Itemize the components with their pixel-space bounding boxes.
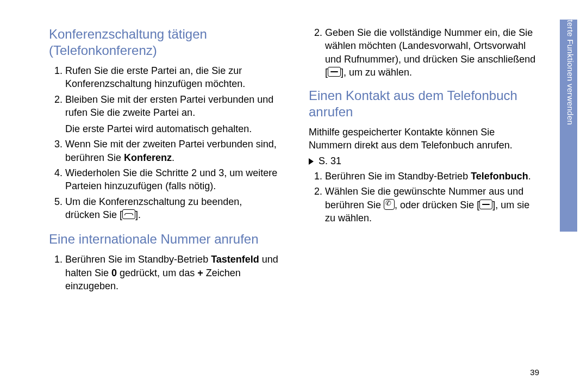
step-2-note: Die erste Partei wird automatisch gehalt…: [65, 123, 252, 134]
step-2: Bleiben Sie mit der ersten Partei verbun…: [65, 93, 278, 136]
heading-international: Eine internationale Nummer anrufen: [49, 231, 278, 247]
manual-page: Konferenzschaltung tätigen (Telefonkonfe…: [0, 0, 587, 392]
step-3-bold: Konferenz: [124, 152, 172, 163]
intl-step-1: Berühren Sie im Standby-Betrieb Tastenfe…: [65, 253, 278, 293]
step-1: Rufen Sie die erste Partei an, die Sie z…: [65, 64, 278, 91]
steps-phonebook: Berühren Sie im Standby-Betrieb Telefonb…: [309, 170, 538, 225]
phonebook-intro: Mithilfe gespeicherter Kontakte können S…: [309, 126, 538, 152]
triangle-icon: [309, 158, 314, 165]
left-column: Konferenzschaltung tätigen (Telefonkonfe…: [49, 26, 278, 301]
steps-international-cont: Geben Sie die vollständige Nummer ein, d…: [309, 26, 538, 79]
pb-1b: Telefonbuch: [471, 171, 528, 182]
dial-key-icon: [328, 67, 341, 77]
pb-step-2: Wählen Sie die gewünschte Nummer aus und…: [325, 185, 538, 225]
right-column: Geben Sie die vollständige Nummer ein, d…: [309, 26, 538, 301]
intl-1f: +: [197, 267, 203, 278]
step-3c: .: [172, 152, 174, 163]
pb-1a: Berühren Sie im Standby-Betrieb: [325, 171, 471, 182]
step-5a: Um die Konferenzschaltung zu beenden, dr…: [65, 196, 242, 220]
step-5b: ].: [135, 209, 141, 220]
heading-phonebook: Einen Kontakt aus dem Telefonbuch anrufe…: [309, 88, 538, 120]
intl-step-2: Geben Sie die vollständige Nummer ein, d…: [325, 26, 538, 79]
pb-2b: , oder drücken Sie [: [395, 200, 479, 210]
side-tab-label: Erweiterte Funktionen verwenden: [566, 0, 575, 125]
steps-international: Berühren Sie im Standby-Betrieb Tastenfe…: [49, 253, 278, 293]
page-number: 39: [530, 368, 539, 377]
step-4: Wiederholen Sie die Schritte 2 und 3, um…: [65, 166, 278, 193]
dial-key-icon-2: [479, 200, 492, 209]
phonebook-ref: S. 31: [309, 154, 538, 167]
steps-conference: Rufen Sie die erste Partei an, die Sie z…: [49, 64, 278, 221]
end-call-key-icon: [122, 209, 135, 219]
intl-1b: Tastenfeld: [211, 254, 259, 265]
step-5: Um die Konferenzschaltung zu beenden, dr…: [65, 195, 278, 222]
pb-1c: .: [528, 171, 531, 182]
phonebook-ref-text: S. 31: [316, 155, 341, 166]
step-3: Wenn Sie mit der zweiten Partei verbunde…: [65, 138, 278, 164]
intl-2b: ], um zu wählen.: [341, 67, 412, 78]
intl-1d: 0: [111, 267, 117, 278]
call-icon: [384, 199, 395, 210]
two-column-layout: Konferenzschaltung tätigen (Telefonkonfe…: [49, 26, 538, 301]
intl-1e: gedrückt, um das: [117, 267, 197, 278]
pb-step-1: Berühren Sie im Standby-Betrieb Telefonb…: [325, 170, 538, 183]
intl-1a: Berühren Sie im Standby-Betrieb: [65, 254, 211, 265]
step-2-text: Bleiben Sie mit der ersten Partei verbun…: [65, 94, 273, 118]
heading-conference-call: Konferenzschaltung tätigen (Telefonkonfe…: [49, 26, 278, 59]
